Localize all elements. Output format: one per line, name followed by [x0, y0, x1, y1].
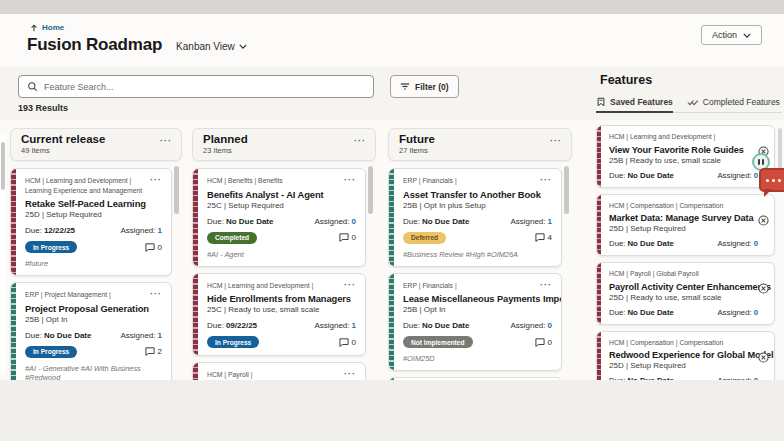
card-title[interactable]: Lease Miscellaneous Payments Import — [403, 293, 552, 304]
comment-count: 0 — [158, 243, 162, 252]
status-badge: In Progress — [25, 241, 77, 253]
card-category: HCM | Learning and Development | Learnin… — [25, 176, 144, 195]
card-subtitle: 25D | Setup Required — [609, 224, 758, 233]
comment-count: 0 — [548, 338, 552, 347]
breadcrumb-home-link[interactable]: Home — [42, 23, 64, 32]
comments-indicator[interactable]: 4 — [535, 233, 552, 242]
tab-label: Completed Features — [703, 97, 780, 107]
card-title[interactable]: Asset Transfer to Another Book — [403, 189, 552, 200]
column-count: 27 Items — [399, 146, 561, 155]
card-title[interactable]: Payroll Activity Center Enhancements — [609, 282, 758, 292]
page-background — [0, 380, 784, 441]
card-title[interactable]: Benefits Analyst - AI Agent — [207, 189, 356, 200]
feature-card[interactable]: HCM | Learning and Development | Learnin… — [10, 168, 172, 276]
results-count: 193 Results — [18, 103, 68, 113]
filter-button[interactable]: Filter (0) — [390, 75, 459, 98]
comments-indicator[interactable]: 0 — [339, 338, 356, 347]
comments-indicator[interactable]: 0 — [339, 233, 356, 242]
comment-count: 0 — [352, 233, 356, 242]
feature-card[interactable]: HCM | Learning and Development |··· Hide… — [192, 273, 366, 357]
card-subtitle: 25C | Ready to use, small scale — [207, 305, 356, 314]
feature-card[interactable]: ERP | Project Management |··· Project Pr… — [10, 282, 172, 380]
card-assigned: Assigned:0 — [510, 321, 552, 330]
column-title: Planned — [203, 133, 365, 145]
overflow-menu-icon[interactable]: ··· — [354, 137, 366, 146]
feature-card[interactable]: ERP | Financials |··· Asset Transfer to … — [388, 168, 562, 267]
overflow-menu-icon[interactable]: ··· — [344, 281, 356, 291]
column-count: 49 Items — [21, 146, 171, 155]
saved-feature-card[interactable]: HCM | Learning and Development | View Yo… — [596, 125, 775, 188]
card-accent — [597, 126, 601, 187]
column-scrollbar[interactable] — [174, 166, 179, 214]
card-category: HCM | Learning and Development | — [609, 132, 758, 142]
card-title[interactable]: Redwood Experience for Global Models — [609, 350, 758, 360]
status-badge: Deferred — [403, 232, 446, 244]
tab-completed-features[interactable]: Completed Features — [687, 97, 780, 107]
card-subtitle: 25B | Ready to use, small scale — [609, 156, 758, 165]
card-category: HCM | Compensation | Compensation — [609, 201, 758, 211]
feature-card[interactable]: HCM | Benefits | Benefits··· Benefits An… — [192, 168, 366, 267]
filter-button-label: Filter (0) — [415, 82, 449, 92]
column-scrollbar[interactable] — [564, 166, 569, 214]
comments-indicator[interactable]: 0 — [145, 243, 162, 252]
overflow-menu-icon[interactable]: ··· — [150, 290, 162, 300]
card-tags: #future — [25, 259, 162, 268]
fusion-roadmap-app: Home Fusion Roadmap Kanban View Action F… — [0, 0, 784, 441]
column-scrollbar[interactable] — [1, 142, 5, 190]
card-due: Due:09/22/25 — [207, 321, 257, 330]
feature-card[interactable]: HCM | Payroll |··· UX MCR Email Address … — [192, 362, 366, 380]
comment-icon — [339, 233, 349, 242]
comments-indicator[interactable]: 2 — [145, 347, 162, 356]
saved-feature-card[interactable]: HCM | Compensation | Compensation Market… — [596, 194, 775, 257]
card-due: Due:No Due Date — [609, 308, 674, 317]
card-title[interactable]: Market Data: Manage Survey Data — [609, 213, 758, 223]
saved-feature-card[interactable]: HCM | Payroll | Global Payroll Payroll A… — [596, 262, 775, 325]
column-count: 23 Items — [203, 146, 365, 155]
status-badge: Completed — [207, 232, 257, 244]
card-due: Due:No Due Date — [403, 321, 469, 330]
card-category: HCM | Payroll | Global Payroll — [609, 269, 758, 279]
card-tags: #OIM25D — [403, 354, 552, 363]
overflow-menu-icon[interactable]: ··· — [550, 137, 562, 146]
feature-search-box[interactable] — [18, 75, 374, 98]
overflow-menu-icon[interactable]: ··· — [344, 370, 356, 380]
comment-icon — [535, 233, 545, 242]
unpin-icon[interactable] — [758, 283, 769, 294]
tab-saved-features[interactable]: Saved Features — [596, 97, 673, 107]
card-assigned: Assigned:1 — [314, 321, 356, 330]
comments-indicator[interactable]: 0 — [535, 338, 552, 347]
comment-count: 0 — [352, 338, 356, 347]
features-panel-scrollbar[interactable] — [778, 128, 782, 172]
comment-icon — [145, 347, 155, 356]
breadcrumb[interactable]: Home — [30, 23, 64, 32]
card-accent — [193, 274, 198, 356]
column-scrollbar[interactable] — [368, 166, 373, 214]
search-input[interactable] — [44, 82, 365, 92]
card-subtitle: 25C | Setup Required — [207, 201, 356, 210]
saved-feature-card[interactable]: HCM | Compensation | Compensation Redwoo… — [596, 331, 775, 380]
feedback-chat-widget[interactable] — [759, 168, 784, 192]
overflow-menu-icon[interactable]: ··· — [540, 176, 552, 186]
view-selector[interactable]: Kanban View — [176, 41, 247, 52]
feature-card[interactable]: ERP | Financials |··· Lease Miscellaneou… — [388, 273, 562, 372]
column-title: Current release — [21, 133, 171, 145]
card-assigned: Assigned:0 — [717, 239, 758, 248]
card-title[interactable]: Project Proposal Generation — [25, 303, 162, 314]
card-title[interactable]: View Your Favorite Role Guides — [609, 145, 758, 155]
card-title[interactable]: Retake Self-Paced Learning — [25, 198, 162, 209]
unpin-icon[interactable] — [758, 352, 769, 363]
card-due: Due:No Due Date — [403, 217, 469, 226]
unpin-icon[interactable] — [758, 215, 769, 226]
overflow-menu-icon[interactable]: ··· — [540, 281, 552, 291]
card-due: Due:No Due Date — [25, 331, 91, 340]
chevron-down-icon — [743, 33, 751, 38]
overflow-menu-icon[interactable]: ··· — [150, 176, 162, 195]
overflow-menu-icon[interactable]: ··· — [344, 176, 356, 186]
card-title[interactable]: Hide Enrollments from Managers — [207, 293, 356, 304]
card-category: HCM | Learning and Development | — [207, 281, 313, 291]
overflow-menu-icon[interactable]: ··· — [160, 137, 172, 146]
action-button[interactable]: Action — [701, 25, 762, 45]
card-subtitle: 25B | Opt In — [25, 315, 162, 324]
status-badge: In Progress — [207, 336, 259, 348]
card-assigned: Assigned:0 — [717, 308, 758, 317]
